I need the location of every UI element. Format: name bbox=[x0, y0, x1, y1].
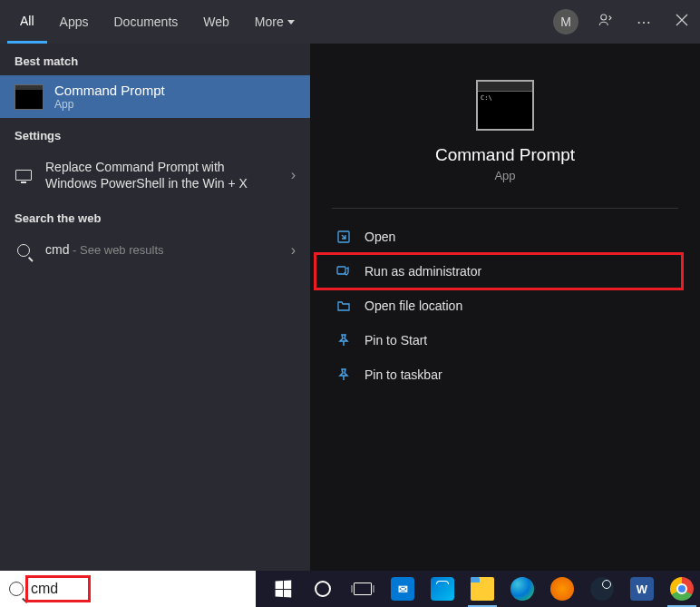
search-icon bbox=[9, 582, 24, 596]
firefox-icon bbox=[550, 577, 574, 601]
settings-header: Settings bbox=[0, 118, 310, 150]
action-open-label: Open bbox=[365, 230, 395, 244]
taskbar-app-mail[interactable]: ✉ bbox=[384, 571, 421, 607]
cortana-button[interactable] bbox=[305, 571, 341, 607]
user-avatar[interactable]: M bbox=[553, 9, 578, 34]
search-web-header: Search the web bbox=[0, 201, 310, 232]
tab-apps[interactable]: Apps bbox=[47, 0, 102, 44]
task-view-icon bbox=[354, 583, 372, 595]
taskbar: ✉ W bbox=[0, 571, 700, 607]
preview-panel: Command Prompt App Open Run as administr… bbox=[310, 44, 700, 571]
action-open-location-label: Open file location bbox=[365, 299, 462, 313]
preview-subtitle: App bbox=[494, 169, 515, 182]
taskbar-app-store[interactable] bbox=[424, 571, 461, 607]
admin-shield-icon bbox=[335, 263, 352, 279]
chevron-right-icon: › bbox=[291, 167, 296, 183]
file-explorer-icon bbox=[471, 577, 494, 601]
action-pin-taskbar[interactable]: Pin to taskbar bbox=[332, 357, 678, 392]
action-open[interactable]: Open bbox=[332, 220, 678, 254]
chrome-icon bbox=[670, 577, 694, 601]
svg-point-0 bbox=[601, 15, 607, 20]
command-prompt-large-icon bbox=[476, 80, 534, 131]
settings-result-item[interactable]: Replace Command Prompt with Windows Powe… bbox=[0, 150, 310, 201]
store-icon bbox=[431, 577, 454, 601]
tab-web[interactable]: Web bbox=[190, 0, 242, 44]
taskbar-search-box[interactable] bbox=[0, 571, 256, 607]
best-match-result[interactable]: Command Prompt App bbox=[0, 75, 310, 118]
divider bbox=[332, 208, 678, 209]
monitor-icon bbox=[15, 170, 32, 181]
taskbar-app-edge[interactable] bbox=[504, 571, 540, 607]
tab-more-label: More bbox=[255, 15, 284, 29]
action-run-admin[interactable]: Run as administrator bbox=[332, 254, 678, 289]
search-input[interactable] bbox=[31, 581, 85, 597]
task-view-button[interactable] bbox=[345, 571, 381, 607]
best-match-title: Command Prompt bbox=[54, 83, 165, 98]
settings-item-text: Replace Command Prompt with Windows Powe… bbox=[45, 159, 278, 191]
word-icon: W bbox=[630, 577, 654, 601]
open-icon bbox=[335, 229, 352, 245]
preview-title: Command Prompt bbox=[435, 145, 575, 165]
folder-icon bbox=[335, 298, 352, 314]
action-pin-start-label: Pin to Start bbox=[365, 333, 427, 348]
chevron-right-icon: › bbox=[291, 242, 296, 259]
more-options-icon[interactable]: ⋯ bbox=[633, 14, 655, 31]
taskbar-app-explorer[interactable] bbox=[464, 571, 501, 607]
web-result-suffix: - See web results bbox=[69, 243, 163, 257]
action-pin-taskbar-label: Pin to taskbar bbox=[365, 367, 442, 382]
web-result-item[interactable]: cmd - See web results › bbox=[0, 232, 310, 268]
chevron-down-icon bbox=[287, 20, 295, 24]
web-result-query: cmd bbox=[45, 242, 69, 257]
mail-icon: ✉ bbox=[391, 577, 414, 601]
results-panel: Best match Command Prompt App Settings R… bbox=[0, 44, 310, 571]
best-match-subtitle: App bbox=[54, 98, 165, 111]
command-prompt-icon bbox=[15, 84, 44, 110]
steam-icon bbox=[590, 577, 614, 601]
pin-icon bbox=[335, 367, 352, 383]
action-pin-start[interactable]: Pin to Start bbox=[332, 323, 678, 357]
taskbar-app-steam[interactable] bbox=[584, 571, 620, 607]
action-run-admin-label: Run as administrator bbox=[365, 264, 481, 279]
windows-logo-icon bbox=[276, 581, 292, 598]
best-match-header: Best match bbox=[0, 44, 310, 75]
tab-all[interactable]: All bbox=[7, 0, 47, 44]
feedback-icon[interactable] bbox=[595, 12, 617, 32]
edge-icon bbox=[510, 577, 534, 601]
cortana-icon bbox=[315, 581, 331, 597]
start-button[interactable] bbox=[265, 571, 301, 607]
taskbar-app-firefox[interactable] bbox=[544, 571, 580, 607]
close-button[interactable] bbox=[671, 14, 693, 30]
search-icon bbox=[17, 244, 30, 257]
action-open-location[interactable]: Open file location bbox=[332, 289, 678, 323]
search-filter-tabs: All Apps Documents Web More M ⋯ bbox=[0, 0, 700, 44]
taskbar-app-chrome[interactable] bbox=[664, 571, 700, 607]
taskbar-app-word[interactable]: W bbox=[624, 571, 660, 607]
tab-more[interactable]: More bbox=[242, 0, 307, 44]
pin-icon bbox=[335, 332, 352, 348]
tab-documents[interactable]: Documents bbox=[101, 0, 190, 44]
